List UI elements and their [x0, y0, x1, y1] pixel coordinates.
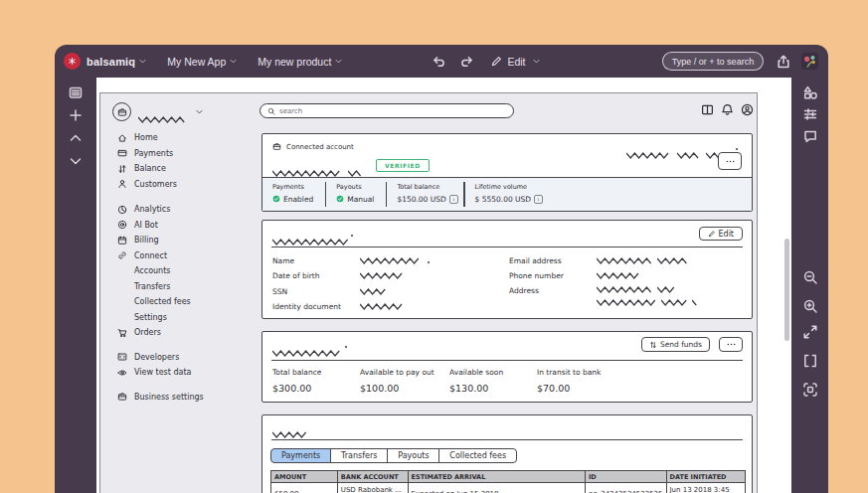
card-title-placeholder: [272, 423, 306, 430]
stat-label: Payments: [272, 183, 325, 191]
eye-icon: [117, 368, 127, 378]
chevron-down-icon[interactable]: [68, 153, 84, 169]
share-icon[interactable]: [776, 54, 791, 70]
sidebar-item-analytics[interactable]: Analytics: [100, 202, 258, 218]
docs-icon[interactable]: [701, 103, 714, 116]
briefcase-icon: [117, 392, 127, 402]
zoom-out-icon[interactable]: [802, 269, 818, 285]
stat-label: Lifetime volume: [475, 183, 544, 191]
sidebar-item-label: Connect: [134, 251, 167, 260]
account-name-placeholder: [138, 108, 188, 115]
focus-frame-icon[interactable]: [802, 382, 818, 398]
quick-search-button[interactable]: Type / or + to search: [662, 52, 764, 71]
add-icon[interactable]: [68, 107, 84, 123]
bot-icon: [117, 220, 127, 230]
zoom-in-icon[interactable]: [802, 298, 818, 314]
balsamiq-app-window: balsamiq My New App My new product Edit …: [55, 45, 828, 493]
svg-text:i: i: [538, 197, 540, 202]
notifications-icon[interactable]: [721, 103, 734, 116]
sidebar-item-transfers[interactable]: Transfers: [100, 279, 258, 295]
field-label: Address: [509, 286, 597, 295]
shapes-icon[interactable]: [802, 84, 818, 100]
send-funds-label: Send funds: [660, 340, 702, 349]
tab-collected-fees[interactable]: Collected fees: [438, 448, 517, 463]
stat-value: $100.00: [360, 383, 449, 394]
arrows-updown-icon: [649, 341, 657, 349]
profile-icon[interactable]: [741, 103, 754, 116]
sidebar-item-balance[interactable]: Balance: [100, 161, 258, 177]
project-menu[interactable]: My New App: [167, 56, 238, 68]
sidebar-item-orders[interactable]: Orders: [100, 325, 258, 341]
edit-mode-label: Edit: [507, 56, 525, 68]
stat-value: $300.00: [272, 383, 360, 394]
sidebar-item-label: Balance: [134, 164, 166, 173]
properties-icon[interactable]: [802, 106, 818, 122]
redo-icon[interactable]: [459, 54, 475, 70]
stat-value: Enabled: [283, 195, 313, 204]
sidebar-item-collected-fees[interactable]: Collected fees: [100, 294, 258, 310]
page-menu[interactable]: My new product: [258, 56, 343, 68]
sidebar-item-billing[interactable]: Billing: [100, 233, 258, 248]
more-actions-button[interactable]: [719, 337, 743, 352]
card-title: Connected account: [286, 143, 354, 151]
undo-icon[interactable]: [431, 54, 446, 70]
sidebar-item-ai-bot[interactable]: AI Bot: [100, 218, 258, 234]
stat-label: Total balance: [272, 368, 360, 377]
info-icon[interactable]: i: [449, 195, 458, 204]
stat-value: $70.00: [537, 383, 601, 394]
brackets-icon[interactable]: [802, 353, 818, 369]
stat-label: Total balance: [397, 183, 463, 191]
cell-amount: $50.00: [271, 483, 338, 493]
sidebar-item-label: Billing: [134, 236, 159, 245]
meta-placeholder: [626, 144, 738, 151]
user-avatar[interactable]: [801, 53, 818, 70]
stat-label: In transit to bank: [537, 368, 601, 377]
send-funds-button[interactable]: Send funds: [641, 337, 710, 352]
calendar-icon: [117, 236, 127, 246]
right-toolbar: [791, 78, 828, 493]
chevron-down-icon[interactable]: [195, 107, 204, 116]
sidebar-item-label: Settings: [134, 313, 167, 322]
ui-library-icon[interactable]: [68, 84, 84, 100]
stat-value: $ 5550.00 USD: [475, 195, 532, 204]
account-holder-placeholder: [272, 162, 342, 169]
sidebar-item-label: Home: [134, 133, 158, 142]
transactions-tabs: Payments Transfers Payouts Collected fee…: [270, 448, 517, 463]
sidebar-item-connect[interactable]: Connect: [100, 248, 258, 264]
sidebar-item-customers[interactable]: Customers: [100, 177, 258, 193]
sidebar-item-business-settings[interactable]: Business settings: [100, 390, 258, 406]
account-stats-strip: Payments Enabled Payouts Manual Total ba…: [262, 177, 752, 211]
sidebar-item-settings[interactable]: Settings: [100, 310, 258, 326]
sidebar-item-developers[interactable]: Developers: [100, 350, 258, 366]
sidebar-item-payments[interactable]: Payments: [100, 146, 258, 162]
info-icon[interactable]: i: [534, 195, 543, 204]
brand-name[interactable]: balsamiq: [87, 56, 135, 68]
table-row[interactable]: $50.00 USD Rabobank ... 741 Expected on …: [271, 483, 746, 493]
project-menu-label: My New App: [167, 56, 226, 68]
chevron-up-icon[interactable]: [68, 130, 84, 146]
mockup-search-input[interactable]: search: [260, 103, 514, 118]
chevron-down-icon[interactable]: [138, 57, 147, 66]
sidebar-item-home[interactable]: Home: [100, 130, 258, 146]
sidebar-item-view-test-data[interactable]: View test data: [100, 365, 258, 381]
tab-payouts[interactable]: Payouts: [387, 448, 439, 463]
edit-mode-menu[interactable]: Edit: [490, 55, 541, 68]
sidebar-item-accounts[interactable]: Accounts: [100, 263, 258, 279]
stat-label: Available soon: [449, 368, 537, 377]
briefcase-icon: [117, 107, 127, 117]
sidebar-item-label: Collected fees: [134, 297, 191, 306]
tab-payments[interactable]: Payments: [270, 448, 331, 463]
tab-transfers[interactable]: Transfers: [330, 448, 388, 463]
card-title-placeholder: [272, 342, 342, 349]
ellipsis-icon: [726, 339, 737, 350]
check-circle-icon: [336, 195, 344, 203]
account-logo[interactable]: [112, 102, 131, 121]
more-actions-button[interactable]: [718, 152, 742, 170]
edit-button[interactable]: Edit: [699, 227, 744, 241]
field-label: SSN: [272, 287, 360, 296]
expand-icon[interactable]: [802, 324, 818, 340]
comment-icon[interactable]: [802, 128, 818, 144]
canvas-scrollbar[interactable]: [784, 239, 789, 341]
wireframe-canvas[interactable]: Home Payments Balance Customers Analytic…: [96, 78, 791, 493]
balsamiq-logo[interactable]: [64, 53, 81, 70]
